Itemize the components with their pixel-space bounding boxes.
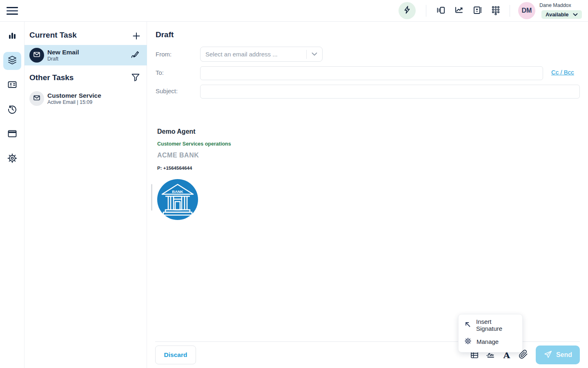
signature-department: Customer Services operations [157,141,231,147]
subject-input[interactable] [200,85,580,99]
from-label: From: [156,51,172,58]
contacts-button[interactable] [472,6,483,16]
left-navigation-rail [0,22,24,368]
signature-name: Demo Agent [157,128,231,135]
dialpad-button[interactable] [490,6,501,16]
nav-item-settings[interactable] [3,150,21,168]
pen-signature-icon [130,49,140,61]
to-label: To: [156,69,164,76]
chevron-down-icon [307,52,322,56]
dialpad-icon [491,5,501,17]
app-window: DM Dane Maddox Available [0,0,588,368]
from-address-select[interactable]: Select an email address ... [200,47,323,62]
signature-menu: Insert Signature Manage [458,314,523,352]
envelope-icon [33,51,40,60]
nav-item-history[interactable] [3,101,21,119]
subject-label: Subject: [156,88,178,94]
discard-button[interactable]: Discard [155,346,196,364]
bank-logo-text: BANK [172,189,183,194]
contact-card-icon [472,5,482,17]
other-tasks-heading: Other Tasks [29,73,74,82]
draft-email-pane: Draft From: Select an email address ... … [147,22,588,368]
email-signature-block: Demo Agent Customer Services operations … [157,128,231,171]
task-title: Customer Service [47,92,147,99]
topbar-divider [426,5,426,17]
quick-actions-button[interactable] [399,2,416,19]
chevron-down-icon [573,11,578,18]
funnel-icon [131,73,140,83]
browser-window-icon [7,128,18,141]
nav-item-analytics[interactable] [3,28,21,46]
task-subtitle: Active Email | 15:09 [47,99,147,105]
bank-logo: BANK [157,179,198,220]
task-title: New Email [47,49,129,56]
body-scrollbar-thumb[interactable] [151,184,152,211]
email-task-avatar [29,48,44,63]
task-item-new-email[interactable]: New Email Draft [24,45,147,65]
task-stack-icon [7,55,18,67]
current-task-heading: Current Task [29,31,77,40]
filter-tasks-button[interactable] [130,72,141,84]
cc-bcc-link[interactable]: Cc / Bcc [551,69,574,76]
task-subtitle: Draft [47,56,129,62]
gear-icon [464,337,472,346]
send-label: Send [556,351,572,359]
contacts-icon [7,79,18,92]
availability-dropdown[interactable]: Available [541,10,582,19]
bar-chart-icon [7,31,17,43]
add-task-button[interactable] [131,30,142,42]
signature-company: ACME BANK [157,152,231,159]
manage-signatures-menu-item[interactable]: Manage [459,333,522,350]
history-icon [7,104,18,116]
arrow-up-left-icon [464,321,471,329]
to-input[interactable] [200,66,543,80]
menu-item-label: Manage [477,338,499,345]
side-panel-icon [436,5,445,17]
user-avatar[interactable]: DM [518,2,535,19]
insert-signature-menu-item[interactable]: Insert Signature [459,317,522,333]
user-name: Dane Maddox [539,2,571,8]
task-item-customer-service[interactable]: Customer Service Active Email | 15:09 [24,88,147,109]
signature-phone: P: +1564564644 [157,166,231,171]
nav-item-contacts[interactable] [3,76,21,94]
paper-plane-icon [543,350,552,360]
analytics-button[interactable] [454,6,464,16]
lightning-icon [403,5,412,16]
nav-item-tasks[interactable] [3,52,21,70]
top-bar: DM Dane Maddox Available [0,0,588,22]
avatar-initials: DM [522,7,532,14]
email-task-avatar [29,91,44,106]
side-panel-button[interactable] [435,6,446,16]
compose-signature-button[interactable] [129,49,141,61]
menu-item-label: Insert Signature [476,318,517,332]
availability-label: Available [546,11,569,18]
from-placeholder: Select an email address ... [205,51,306,58]
gear-icon [7,153,18,165]
task-panel: Current Task New Email Draft Other Tasks [24,22,147,368]
analytics-icon [454,5,464,17]
nav-item-browser[interactable] [3,126,21,144]
envelope-icon [33,94,40,103]
topbar-divider [510,5,510,17]
hamburger-menu-icon[interactable] [7,5,18,16]
draft-title: Draft [156,30,174,39]
send-button[interactable]: Send [536,346,580,364]
